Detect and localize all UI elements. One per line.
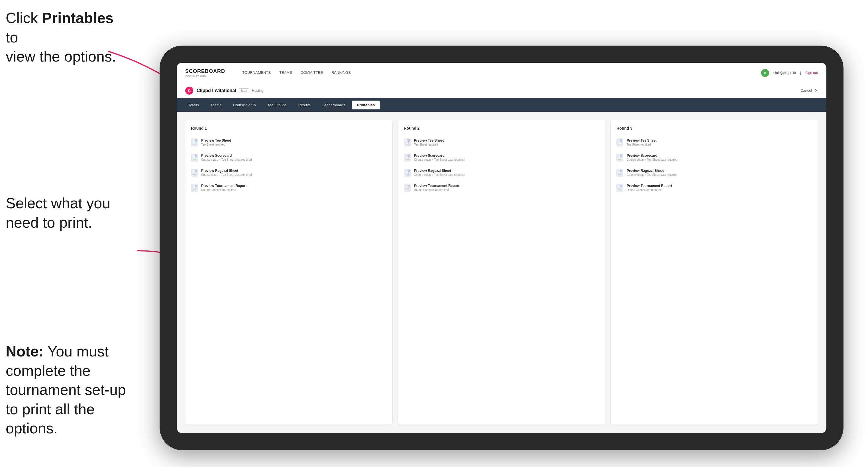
round-2-title: Round 2 <box>404 126 599 130</box>
r3-report-subtitle: Round Completion required <box>627 188 672 191</box>
tee-sheet-icon-r3: 📄 <box>616 138 623 147</box>
r2-scorecard-title: Preview Scorecard <box>414 154 464 158</box>
r3-raguzzi-title: Preview Raguzzi Sheet <box>627 169 677 173</box>
tab-tee-groups[interactable]: Tee Groups <box>262 101 292 110</box>
tablet-frame: SCOREBOARD Powered by clippd TOURNAMENTS… <box>160 45 843 450</box>
tab-details[interactable]: Details <box>182 101 204 110</box>
r3-scorecard-subtitle: Course setup + Tee Sheet data required <box>627 158 677 161</box>
r1-raguzzi-subtitle: Course setup + Tee Sheet data required <box>201 173 252 176</box>
scorecard-icon: 📄 <box>191 154 198 161</box>
logo-sub: Powered by clippd <box>185 74 225 77</box>
r2-raguzzi-title: Preview Raguzzi Sheet <box>414 169 464 173</box>
scorecard-icon-r2: 📄 <box>404 154 411 161</box>
round-3-column: Round 3 📄 Preview Tee Sheet Tee Sheet re… <box>611 120 818 425</box>
r3-raguzzi-subtitle: Course setup + Tee Sheet data required <box>627 173 677 176</box>
round3-tournament-report[interactable]: 📄 Preview Tournament Report Round Comple… <box>616 180 812 195</box>
r2-report-subtitle: Round Completion required <box>414 188 459 191</box>
tournament-report-icon: 📄 <box>191 184 198 192</box>
top-nav: SCOREBOARD Powered by clippd TOURNAMENTS… <box>177 63 827 83</box>
r1-scorecard-subtitle: Course setup + Tee Sheet data required <box>201 158 252 161</box>
nav-link-tournaments[interactable]: TOURNAMENTS <box>242 69 271 76</box>
tab-course-setup[interactable]: Course Setup <box>228 101 261 110</box>
instruction-bottom-text: Note: You mustcomplete thetournament set… <box>6 343 126 437</box>
nav-link-committee[interactable]: COMMITTEE <box>301 69 323 76</box>
main-content: Round 1 📄 Preview Tee Sheet Tee Sheet re… <box>177 112 827 433</box>
tournament-status: Hosting <box>252 89 264 93</box>
instruction-middle-text: Select what youneed to print. <box>6 195 110 231</box>
tournament-badge: Men <box>239 88 249 93</box>
r3-tee-sheet-title: Preview Tee Sheet <box>627 138 656 143</box>
close-icon: ✕ <box>815 88 818 93</box>
tab-bar: Details Teams Course Setup Tee Groups Re… <box>177 98 827 112</box>
r1-raguzzi-title: Preview Raguzzi Sheet <box>201 169 252 173</box>
instruction-top-text: Click Printables toview the options. <box>6 10 116 65</box>
scoreboard-logo: SCOREBOARD Powered by clippd <box>185 68 225 77</box>
round3-raguzzi[interactable]: 📄 Preview Raguzzi Sheet Course setup + T… <box>616 165 812 180</box>
nav-link-teams[interactable]: TEAMS <box>279 69 292 76</box>
round2-raguzzi[interactable]: 📄 Preview Raguzzi Sheet Course setup + T… <box>404 165 599 180</box>
round1-scorecard[interactable]: 📄 Preview Scorecard Course setup + Tee S… <box>191 150 387 165</box>
tournament-report-icon-r2: 📄 <box>404 184 411 192</box>
sign-out-link[interactable]: Sign out <box>805 71 818 75</box>
round-2-column: Round 2 📄 Preview Tee Sheet Tee Sheet re… <box>398 120 605 425</box>
tab-teams[interactable]: Teams <box>206 101 226 110</box>
scorecard-icon-r3: 📄 <box>616 154 623 161</box>
tee-sheet-icon-r2: 📄 <box>404 138 411 147</box>
round1-tournament-report[interactable]: 📄 Preview Tournament Report Round Comple… <box>191 180 387 195</box>
r2-scorecard-subtitle: Course setup + Tee Sheet data required <box>414 158 464 161</box>
round1-raguzzi[interactable]: 📄 Preview Raguzzi Sheet Course setup + T… <box>191 165 387 180</box>
round3-tee-sheet[interactable]: 📄 Preview Tee Sheet Tee Sheet required <box>616 135 812 150</box>
r2-tee-sheet-subtitle: Tee Sheet required <box>414 143 444 146</box>
top-nav-right: B blair@clippd.io | Sign out <box>761 69 818 77</box>
r1-tee-sheet-subtitle: Tee Sheet required <box>201 143 231 146</box>
instruction-top: Click Printables toview the options. <box>6 8 125 66</box>
r2-report-title: Preview Tournament Report <box>414 184 459 188</box>
round-1-title: Round 1 <box>191 126 387 130</box>
round-1-column: Round 1 📄 Preview Tee Sheet Tee Sheet re… <box>185 120 393 425</box>
tab-results[interactable]: Results <box>293 101 316 110</box>
r2-tee-sheet-title: Preview Tee Sheet <box>414 138 444 143</box>
round2-tee-sheet[interactable]: 📄 Preview Tee Sheet Tee Sheet required <box>404 135 599 150</box>
tournament-logo-icon: C <box>185 87 193 95</box>
r1-report-title: Preview Tournament Report <box>201 184 247 188</box>
sub-header: C Clippd Invitational Men Hosting Cancel… <box>177 83 827 98</box>
raguzzi-icon: 📄 <box>191 169 198 177</box>
round1-tee-sheet[interactable]: 📄 Preview Tee Sheet Tee Sheet required <box>191 135 387 150</box>
round3-scorecard[interactable]: 📄 Preview Scorecard Course setup + Tee S… <box>616 150 812 165</box>
pipe-separator: | <box>800 71 801 75</box>
round2-scorecard[interactable]: 📄 Preview Scorecard Course setup + Tee S… <box>404 150 599 165</box>
instruction-bold: Printables <box>42 10 114 26</box>
tournament-name: Clippd Invitational <box>197 88 236 93</box>
r3-tee-sheet-subtitle: Tee Sheet required <box>627 143 656 146</box>
r3-scorecard-title: Preview Scorecard <box>627 154 677 158</box>
r1-tee-sheet-title: Preview Tee Sheet <box>201 138 231 143</box>
round2-tournament-report[interactable]: 📄 Preview Tournament Report Round Comple… <box>404 180 599 195</box>
cancel-button[interactable]: Cancel ✕ <box>801 88 818 93</box>
tournament-report-icon-r3: 📄 <box>616 184 623 192</box>
user-email: blair@clippd.io <box>773 71 796 75</box>
instruction-bottom: Note: You mustcomplete thetournament set… <box>6 342 137 438</box>
rounds-grid: Round 1 📄 Preview Tee Sheet Tee Sheet re… <box>185 120 818 425</box>
raguzzi-icon-r3: 📄 <box>616 169 623 177</box>
round-3-title: Round 3 <box>616 126 812 130</box>
raguzzi-icon-r2: 📄 <box>404 169 411 177</box>
tab-leaderboards[interactable]: Leaderboards <box>317 101 350 110</box>
instruction-middle: Select what youneed to print. <box>6 194 110 232</box>
logo-title: SCOREBOARD <box>185 68 225 74</box>
r2-raguzzi-subtitle: Course setup + Tee Sheet data required <box>414 173 464 176</box>
tab-printables[interactable]: Printables <box>352 101 380 110</box>
nav-link-rankings[interactable]: RANKINGS <box>332 69 351 76</box>
tablet-screen: SCOREBOARD Powered by clippd TOURNAMENTS… <box>177 63 827 433</box>
r3-report-title: Preview Tournament Report <box>627 184 672 188</box>
r1-report-subtitle: Round Completion required <box>201 188 247 191</box>
top-nav-links: TOURNAMENTS TEAMS COMMITTEE RANKINGS <box>242 69 750 76</box>
r1-scorecard-title: Preview Scorecard <box>201 154 252 158</box>
tee-sheet-icon: 📄 <box>191 138 198 147</box>
user-avatar: B <box>761 69 769 77</box>
